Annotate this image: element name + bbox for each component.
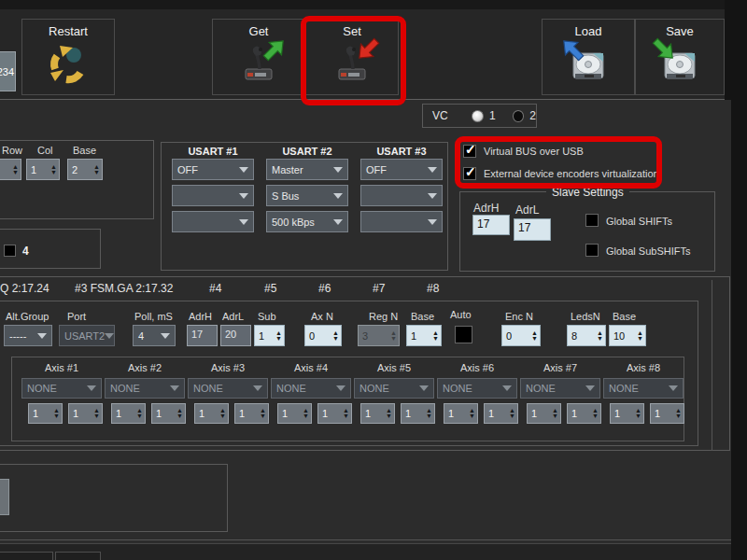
spinner-arrows-icon[interactable] (552, 408, 560, 419)
axis-4-dropdown[interactable]: NONE (271, 378, 351, 399)
usart3-proto-dropdown[interactable] (360, 185, 443, 206)
tab-device-4[interactable]: #4 (209, 282, 221, 295)
adrl-input[interactable]: 20 (220, 325, 251, 346)
base-spinner[interactable]: 2 (67, 159, 103, 180)
usart3-mode-dropdown[interactable]: OFF (360, 159, 443, 180)
row-spinner[interactable] (0, 159, 21, 180)
row-spinner-arrows-icon[interactable] (12, 164, 21, 175)
set-button[interactable]: Set (305, 19, 399, 95)
tab-device-8[interactable]: #8 (427, 282, 439, 295)
auto-checkbox[interactable] (455, 326, 472, 343)
axis-7-dropdown[interactable]: NONE (520, 378, 600, 399)
global-shifts-checkbox[interactable] (585, 214, 599, 227)
axis-5-spinner-a[interactable]: 1 (360, 403, 395, 424)
spinner-arrows-icon[interactable] (176, 408, 185, 419)
axis-2-spinner-a[interactable]: 1 (111, 403, 146, 424)
spinner-arrows-icon[interactable] (219, 408, 228, 419)
usart1-proto-dropdown[interactable] (172, 185, 254, 206)
axis-6-dropdown[interactable]: NONE (437, 378, 517, 399)
spinner-arrows-icon[interactable] (136, 408, 145, 419)
regn-spinner[interactable]: 3 (358, 325, 400, 346)
usart1-mode-dropdown[interactable]: OFF (172, 159, 254, 180)
vc-radio-2[interactable] (513, 110, 525, 122)
encn-spinner[interactable]: 0 (501, 325, 541, 346)
save-button[interactable]: Save (635, 19, 725, 95)
spinner-arrows-icon[interactable] (275, 330, 284, 342)
col-spinner-arrows-icon[interactable] (50, 164, 59, 175)
axis-8-spinner-a[interactable]: 1 (610, 403, 644, 424)
tab-device-6[interactable]: #6 (318, 282, 331, 295)
truncated-control[interactable] (0, 479, 9, 515)
base-spinner-arrows-icon[interactable] (93, 164, 102, 175)
bottom-partial-button-2[interactable] (55, 552, 101, 560)
adrh-input[interactable]: 17 (187, 325, 218, 346)
port-dropdown[interactable]: USART2 (59, 325, 115, 346)
spinner-arrows-icon[interactable] (390, 330, 399, 342)
tab-device-5[interactable]: #5 (264, 282, 276, 295)
tab-device-2[interactable]: Q 2:17.24 (0, 282, 49, 295)
base2-spinner[interactable]: 10 (609, 325, 646, 346)
base1-spinner[interactable]: 1 (406, 325, 442, 346)
axis-7-spinner-a[interactable]: 1 (527, 403, 561, 424)
spinner-arrows-icon[interactable] (509, 408, 517, 419)
spinner-arrows-icon[interactable] (303, 408, 311, 419)
tab-device-3[interactable]: #3 FSM.GA 2:17.32 (75, 282, 173, 295)
axis-4-spinner-a[interactable]: 1 (277, 403, 312, 424)
partial-left-control[interactable]: 234 (0, 51, 16, 91)
slave-adrl-input[interactable]: 17 (514, 218, 551, 241)
axis-1-spinner-a[interactable]: 1 (28, 403, 63, 424)
spinner-arrows-icon[interactable] (592, 408, 600, 419)
usart2-speed-dropdown[interactable]: 500 kBps (266, 211, 348, 232)
bottom-partial-button-1[interactable] (0, 552, 53, 560)
spinner-arrows-icon[interactable] (426, 408, 434, 419)
encoders-virtualization-checkbox[interactable] (463, 167, 476, 180)
axn-spinner[interactable]: 0 (304, 325, 342, 346)
spinner-arrows-icon[interactable] (469, 408, 477, 419)
axis-2-spinner-b[interactable]: 1 (151, 403, 186, 424)
axis-8-dropdown[interactable]: NONE (603, 378, 684, 399)
get-button[interactable]: Get (212, 19, 305, 95)
axis-6-spinner-a[interactable]: 1 (444, 403, 478, 424)
usart1-speed-dropdown[interactable] (172, 211, 254, 232)
usart2-proto-dropdown[interactable]: S Bus (266, 185, 348, 206)
load-button[interactable]: Load (542, 19, 635, 95)
axis-5-dropdown[interactable]: NONE (354, 378, 434, 399)
ledsn-spinner[interactable]: 8 (567, 325, 606, 346)
spinner-arrows-icon[interactable] (597, 330, 605, 342)
virtual-bus-checkbox[interactable] (463, 145, 476, 158)
spinner-arrows-icon[interactable] (386, 408, 394, 419)
tab-device-7[interactable]: #7 (373, 282, 385, 295)
axis-2-dropdown[interactable]: NONE (105, 378, 185, 399)
spinner-arrows-icon[interactable] (260, 408, 268, 419)
spinner-arrows-icon[interactable] (637, 330, 645, 342)
axis-1-spinner-b[interactable]: 1 (68, 403, 103, 424)
axis-1-dropdown[interactable]: NONE (21, 378, 102, 399)
axis-8-spinner-b[interactable]: 1 (650, 403, 684, 424)
checkbox-4[interactable] (4, 245, 16, 257)
axis-4-spinner-b[interactable]: 1 (317, 403, 352, 424)
usart2-mode-dropdown[interactable]: Master (266, 159, 348, 180)
axis-3-dropdown[interactable]: NONE (188, 378, 268, 399)
spinner-arrows-icon[interactable] (531, 330, 540, 342)
poll-dropdown[interactable]: 4 (133, 325, 176, 346)
axis-7-spinner-b[interactable]: 1 (567, 403, 601, 424)
spinner-arrows-icon[interactable] (332, 330, 341, 342)
axis-3-spinner-b[interactable]: 1 (234, 403, 269, 424)
spinner-arrows-icon[interactable] (53, 408, 62, 419)
spinner-arrows-icon[interactable] (635, 408, 643, 419)
spinner-arrows-icon[interactable] (432, 330, 441, 342)
slave-adrh-input[interactable]: 17 (472, 215, 510, 235)
axis-3-spinner-a[interactable]: 1 (194, 403, 229, 424)
sub-spinner[interactable]: 1 (254, 325, 285, 346)
axis-6-spinner-b[interactable]: 1 (484, 403, 518, 424)
global-subshifts-checkbox[interactable] (585, 244, 599, 257)
spinner-arrows-icon[interactable] (93, 408, 102, 419)
spinner-arrows-icon[interactable] (343, 408, 351, 419)
col-spinner[interactable]: 1 (26, 159, 60, 180)
vc-radio-1[interactable] (472, 110, 484, 122)
altgroup-dropdown[interactable]: ----- (4, 325, 52, 346)
spinner-arrows-icon[interactable] (675, 408, 684, 419)
usart3-speed-dropdown[interactable] (360, 211, 443, 232)
restart-button[interactable]: Restart (21, 19, 115, 95)
axis-5-spinner-b[interactable]: 1 (401, 403, 435, 424)
